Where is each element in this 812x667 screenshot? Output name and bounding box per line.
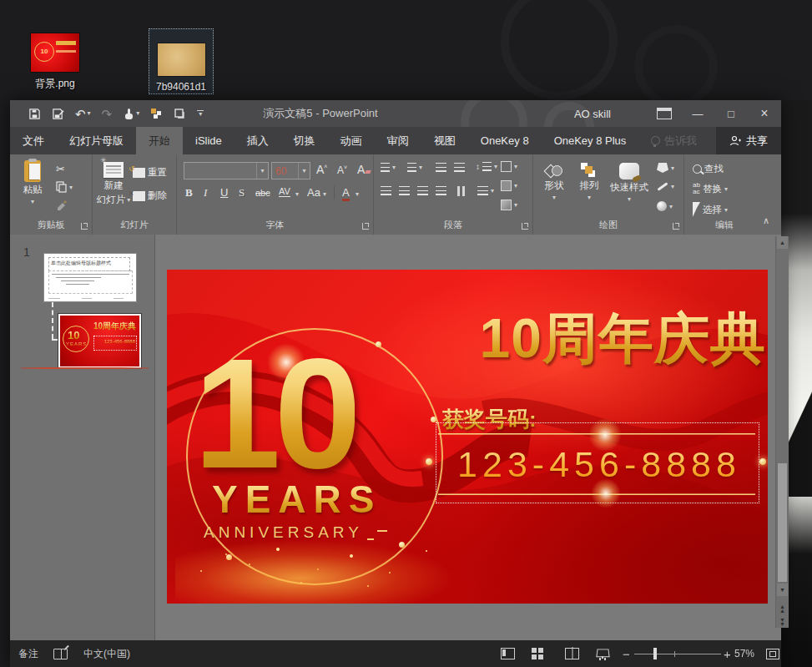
tab-animations[interactable]: 动画 [328, 127, 375, 154]
master-slide-thumbnail[interactable]: 单击此处编辑母版标题样式 [43, 253, 137, 302]
normal-view-button[interactable] [501, 640, 515, 667]
touch-mode-dropdown[interactable]: ▾ [136, 110, 139, 117]
dropdown-icon[interactable]: ▾ [514, 182, 517, 189]
paste-dropdown[interactable]: ▾ [31, 198, 34, 205]
replace-dropdown[interactable]: ▾ [724, 185, 728, 193]
desktop-icon-background-png[interactable]: 10 背景.png [18, 33, 93, 91]
convert-smartart-button[interactable]: ▾ [501, 200, 517, 210]
previous-slide-button[interactable]: ▲▲ [777, 602, 788, 614]
tab-file[interactable]: 文件 [10, 127, 57, 154]
font-color-button[interactable]: A [342, 186, 350, 201]
zoom-slider-track[interactable] [634, 654, 721, 654]
font-name-dropdown[interactable]: ▾ [256, 163, 268, 179]
close-button[interactable]: × [748, 100, 781, 127]
copy-button[interactable]: ▾ [56, 181, 73, 193]
save-as-button[interactable] [52, 108, 64, 120]
change-case-dropdown[interactable]: ▾ [323, 190, 326, 198]
font-size-combo[interactable]: 60 ▾ [271, 162, 310, 179]
scroll-down-button[interactable]: ▼ [777, 584, 788, 596]
align-left-button[interactable] [381, 186, 391, 195]
change-case-button[interactable]: Aa [307, 186, 320, 199]
cut-button[interactable]: ✂ [56, 163, 65, 175]
tab-islide[interactable]: iSlide [183, 127, 235, 154]
select-button[interactable]: 选择▾ [693, 202, 728, 217]
minimize-button[interactable]: — [681, 100, 714, 127]
bold-button[interactable]: B [185, 186, 193, 200]
shrink-font-button[interactable]: A˅ [337, 164, 347, 176]
align-right-button[interactable] [417, 186, 428, 195]
text-shadow-button[interactable]: S [239, 186, 245, 200]
character-spacing-button[interactable]: AV [279, 186, 290, 197]
undo-dropdown[interactable]: ▾ [88, 110, 91, 117]
italic-button[interactable]: I [204, 186, 207, 200]
touch-mouse-mode-button[interactable]: ▾ [123, 108, 139, 120]
shape-fill-button[interactable]: ▾ [657, 163, 674, 173]
zoom-level[interactable]: 57% [734, 640, 754, 667]
find-button[interactable]: 查找 [693, 163, 724, 175]
dropdown-icon[interactable]: ▾ [514, 163, 517, 170]
numbering-button[interactable]: ▾ [407, 163, 422, 172]
shape-effects-button[interactable]: ▾ [657, 201, 673, 211]
underline-button[interactable]: U [220, 186, 228, 199]
quick-styles-dropdown[interactable]: ▾ [628, 195, 631, 203]
desktop-icon-7b94061d1[interactable]: 7b94061d1 [149, 28, 214, 94]
line-spacing-button[interactable]: ↕▾ [476, 162, 497, 171]
font-name-combo[interactable]: ▾ [184, 162, 269, 179]
delete-slide-button[interactable]: 删除 [133, 189, 167, 202]
add-remove-columns-button[interactable]: ▾ [477, 186, 494, 195]
tab-review[interactable]: 审阅 [375, 127, 421, 154]
fit-to-window-button[interactable] [766, 640, 779, 667]
tab-onekey8-plus[interactable]: OneKey 8 Plus [542, 127, 639, 154]
share-button[interactable]: 共享 [716, 127, 781, 154]
dropdown-icon[interactable]: ▾ [491, 187, 494, 195]
collapse-ribbon-button[interactable]: ∧ [763, 215, 769, 226]
vertical-scrollbar[interactable]: ▲ ▼ ▲▲ ▼▼ [775, 236, 789, 628]
scroll-up-button[interactable]: ▲ [777, 236, 788, 249]
reset-slide-button[interactable]: 重置 [133, 166, 167, 179]
tab-transitions[interactable]: 切换 [281, 127, 328, 154]
paste-button[interactable]: 粘贴 ▾ [17, 160, 48, 205]
new-slide-button[interactable]: 新建 幻灯片▾ [96, 162, 131, 206]
bullets-button[interactable]: ▾ [381, 163, 396, 172]
dropdown-icon[interactable]: ▾ [392, 164, 396, 171]
dropdown-icon[interactable]: ▾ [669, 203, 673, 210]
select-dropdown[interactable]: ▾ [724, 206, 728, 214]
qat-arrange-button[interactable] [174, 108, 186, 119]
dropdown-icon[interactable]: ▾ [419, 164, 422, 171]
strikethrough-button[interactable]: abc [255, 188, 270, 198]
decrease-indent-button[interactable] [436, 163, 446, 172]
scrollbar-thumb[interactable] [778, 463, 787, 582]
replace-button[interactable]: abac替换▾ [693, 182, 728, 195]
shape-outline-button[interactable]: ▾ [657, 183, 674, 190]
customize-qat-button[interactable]: ▾ [197, 110, 204, 118]
zoom-out-button[interactable]: − [623, 640, 630, 667]
slide-canvas[interactable]: 10 YEARS ANNIVERSARY 10周年庆典 获奖号码: 123-45… [167, 270, 768, 604]
font-dialog-launcher[interactable] [362, 223, 369, 230]
font-size-dropdown[interactable]: ▾ [298, 163, 310, 179]
justify-button[interactable] [436, 186, 446, 195]
increase-indent-button[interactable] [454, 163, 465, 172]
columns-button[interactable] [457, 186, 467, 196]
slide-title[interactable]: 10周年庆典 [480, 301, 766, 376]
slideshow-button[interactable] [596, 640, 609, 667]
zoom-slider-thumb[interactable] [653, 648, 657, 659]
drawing-dialog-launcher[interactable] [673, 223, 679, 230]
clear-formatting-button[interactable]: A [357, 163, 371, 176]
notes-button[interactable]: 备注 [18, 640, 38, 667]
qat-addin-button[interactable] [150, 108, 163, 119]
zoom-in-button[interactable]: + [724, 640, 731, 667]
text-direction-button[interactable]: ▾ [501, 161, 517, 172]
reading-view-button[interactable] [565, 640, 579, 667]
tab-slide-master[interactable]: 幻灯片母版 [57, 127, 136, 154]
clipboard-dialog-launcher[interactable] [81, 223, 88, 230]
align-text-button[interactable]: ▾ [501, 180, 517, 191]
tab-view[interactable]: 视图 [421, 127, 468, 154]
language-indicator[interactable]: 中文(中国) [83, 640, 130, 667]
shapes-dropdown[interactable]: ▾ [552, 194, 556, 201]
dropdown-icon[interactable]: ▾ [671, 183, 674, 190]
maximize-button[interactable]: □ [714, 100, 748, 127]
layout-slide-thumbnail[interactable]: 10 YEARS 10周年庆典 123-456-8888 [58, 314, 141, 368]
quick-styles-button[interactable]: 快速样式 ▾ [607, 163, 652, 203]
dropdown-icon[interactable]: ▾ [514, 201, 517, 209]
shapes-button[interactable]: 形状 ▾ [538, 163, 570, 201]
